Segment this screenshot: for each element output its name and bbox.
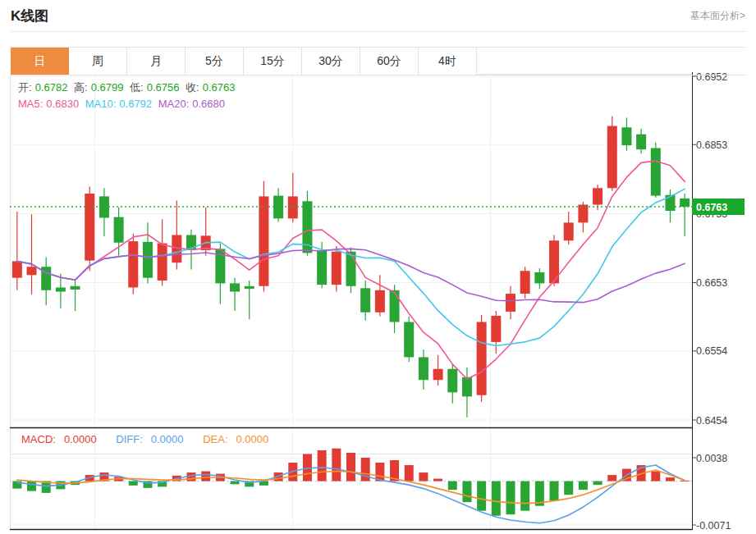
macd-label: MACD: <box>21 433 56 445</box>
candle[interactable] <box>680 194 690 236</box>
tab-30min[interactable]: 30分 <box>302 48 360 75</box>
macd-bar <box>346 453 355 482</box>
candle[interactable] <box>607 116 617 191</box>
candle[interactable] <box>288 173 298 223</box>
dea-pair: DEA:0.0000 <box>203 433 277 445</box>
tab-5min[interactable]: 5分 <box>186 48 244 75</box>
tab-4hour[interactable]: 4时 <box>419 48 477 75</box>
candle[interactable] <box>404 317 414 363</box>
kline-widget: { "page": { "title": "K线图", "analysis_li… <box>0 0 756 534</box>
ma20-label: MA20: <box>158 98 190 110</box>
y-axis-label: 0.6653 <box>696 277 727 289</box>
fundamental-analysis-link[interactable]: 基本面分析> <box>690 9 745 23</box>
candle[interactable] <box>621 117 631 150</box>
candle[interactable] <box>71 279 80 311</box>
macd-bar <box>550 482 559 501</box>
tab-15min[interactable]: 15分 <box>244 48 302 75</box>
macd-bar <box>201 472 210 482</box>
macd-bar <box>520 482 529 511</box>
high-label: 高: <box>74 81 88 94</box>
diff-pair: DIFF:0.0000 <box>116 433 191 445</box>
current-price-tag-label: 0.6763 <box>696 202 727 213</box>
ma20-value: 0.6680 <box>192 98 225 110</box>
ma-row: MA5:0.6830 MA10:0.6792 MA20:0.6680 <box>18 96 238 112</box>
candle[interactable] <box>477 315 487 402</box>
macd-bar <box>419 472 428 482</box>
y-axis-label: -0.0071 <box>696 520 731 532</box>
macd-bar <box>231 482 240 485</box>
candle[interactable] <box>245 281 254 319</box>
candle[interactable] <box>549 235 559 286</box>
dea-label: DEA: <box>203 433 227 445</box>
candle[interactable] <box>41 257 51 305</box>
macd-bar <box>564 482 573 495</box>
candle[interactable] <box>12 212 22 290</box>
candle[interactable] <box>99 188 109 236</box>
y-axis-label: 0.6853 <box>696 139 727 151</box>
macd-bar <box>405 465 414 482</box>
macd-bar <box>27 482 36 491</box>
candle[interactable] <box>447 363 457 404</box>
ma10-value: 0.6792 <box>119 98 152 110</box>
ma5-label: MA5: <box>18 98 43 110</box>
high-value: 0.6799 <box>91 81 124 94</box>
candle[interactable] <box>56 274 66 308</box>
candle[interactable] <box>114 208 124 256</box>
candle[interactable] <box>520 267 530 299</box>
candle[interactable] <box>433 355 443 386</box>
macd-bar <box>129 482 138 486</box>
open-value: 0.6782 <box>35 81 68 94</box>
dea-value: 0.0000 <box>236 433 269 445</box>
candle[interactable] <box>360 281 370 321</box>
y-axis-label: 0.0038 <box>696 453 727 464</box>
candle[interactable] <box>332 246 341 292</box>
diff-label: DIFF: <box>116 433 143 445</box>
diff-value: 0.0000 <box>151 433 184 445</box>
candle[interactable] <box>128 234 138 294</box>
candle[interactable] <box>564 212 574 244</box>
close-value: 0.6763 <box>203 81 236 94</box>
ma10-label: MA10: <box>85 98 117 110</box>
candle[interactable] <box>578 202 588 232</box>
candle[interactable] <box>85 187 94 272</box>
macd-bar <box>579 482 588 491</box>
macd-bar <box>462 482 471 503</box>
macd-bar <box>448 482 457 491</box>
candle[interactable] <box>172 200 181 269</box>
title-divider <box>11 31 745 32</box>
y-axis-label: 0.6454 <box>696 415 727 427</box>
period-tabbar: 日 周 月 5分 15分 30分 60分 4时 <box>11 47 745 75</box>
candle[interactable] <box>273 188 283 221</box>
candle[interactable] <box>491 311 501 354</box>
macd-legend: MACD:0.0000 DIFF:0.0000 DEA:0.0000 <box>21 433 285 445</box>
macd-bar <box>593 482 603 486</box>
candle[interactable] <box>506 286 515 319</box>
close-label: 收: <box>186 81 199 94</box>
candle[interactable] <box>419 349 428 390</box>
tab-60min[interactable]: 60分 <box>360 48 419 75</box>
low-label: 低: <box>130 81 144 94</box>
candle[interactable] <box>651 143 661 198</box>
candle[interactable] <box>375 275 385 316</box>
candle[interactable] <box>534 268 544 289</box>
candle[interactable] <box>158 219 167 286</box>
ohlc-ma-legend: 开:0.6782 高:0.6799 低:0.6756 收:0.6763 MA5:… <box>18 80 238 112</box>
macd-bar <box>332 449 341 482</box>
candle[interactable] <box>259 181 268 292</box>
macd-bar <box>433 479 442 482</box>
candle[interactable] <box>636 129 646 153</box>
ohlc-row: 开:0.6782 高:0.6799 低:0.6756 收:0.6763 <box>18 80 238 96</box>
tab-month[interactable]: 月 <box>127 48 186 75</box>
candle[interactable] <box>143 222 153 283</box>
macd-pair: MACD:0.0000 <box>21 433 105 445</box>
page-title: K线图 <box>11 7 48 25</box>
tab-week[interactable]: 周 <box>69 48 127 75</box>
ma5-value: 0.6830 <box>46 98 79 110</box>
y-axis-label: 0.6554 <box>696 345 727 357</box>
macd-bar <box>607 475 616 482</box>
macd-bar <box>666 477 675 482</box>
open-label: 开: <box>18 81 32 94</box>
macd-bar <box>651 472 660 482</box>
macd-bar <box>506 482 515 515</box>
tab-day[interactable]: 日 <box>11 48 69 75</box>
